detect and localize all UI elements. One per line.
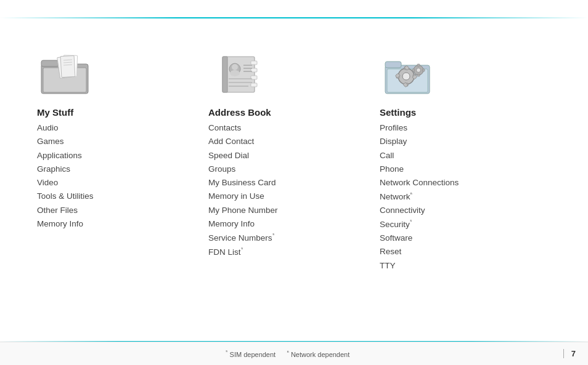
footnotes: ˢ SIM dependent ⁿ Network dependent (12, 349, 563, 358)
sim-symbol: ˢ (226, 349, 227, 355)
my-stuff-items: Audio Games Applications Graphics Video … (37, 121, 94, 231)
svg-rect-39 (417, 64, 420, 66)
top-decorative-line (0, 17, 588, 18)
list-item: TTY (380, 259, 459, 273)
sim-superscript: ˢ (272, 232, 274, 238)
network-superscript: ⁿ (410, 191, 412, 197)
svg-rect-25 (385, 62, 401, 68)
list-item: Video (37, 176, 94, 190)
column-settings: Settings Profiles Display Call Phone Net… (380, 49, 551, 273)
my-stuff-title: My Stuff (37, 107, 73, 118)
list-item: FDN Listˢ (208, 245, 278, 259)
address-book-icon-container (208, 49, 270, 98)
list-item: Contacts (208, 121, 278, 135)
my-stuff-icon-container (37, 49, 99, 98)
list-item: Speed Dial (208, 149, 278, 162)
address-book-icon (211, 52, 267, 96)
list-item: Games (37, 135, 94, 148)
list-item: Call (380, 149, 459, 162)
list-item: Tools & Utilities (37, 190, 94, 203)
settings-icon-container (380, 49, 441, 98)
settings-title: Settings (380, 107, 416, 118)
list-item: Add Contact (208, 135, 278, 148)
svg-rect-11 (251, 61, 257, 65)
network-symbol: ⁿ (287, 349, 289, 355)
column-my-stuff: My Stuff Audio Games Applications Graphi… (37, 49, 208, 231)
sim-superscript-3: ˢ (410, 219, 412, 225)
settings-items: Profiles Display Call Phone Network Conn… (380, 121, 459, 273)
list-item: Service Numbersˢ (208, 231, 278, 245)
svg-rect-5 (60, 55, 75, 77)
svg-rect-10 (223, 57, 227, 92)
list-item: Software (380, 231, 459, 245)
svg-point-17 (230, 70, 240, 76)
list-item: Networkⁿ (380, 190, 459, 204)
list-item: Display (380, 135, 459, 148)
svg-point-38 (417, 68, 421, 73)
list-item: Profiles (380, 121, 459, 135)
my-stuff-icon (40, 52, 96, 96)
svg-rect-1 (41, 60, 59, 66)
svg-rect-41 (423, 69, 425, 71)
svg-point-16 (232, 64, 238, 70)
list-item: Memory Info (37, 217, 94, 231)
svg-rect-14 (251, 83, 257, 87)
page-number: 7 (563, 349, 576, 358)
list-item: Securityˢ (380, 217, 459, 231)
list-item: Other Files (37, 204, 94, 217)
svg-rect-42 (412, 69, 415, 71)
list-item: Audio (37, 121, 94, 135)
bottom-bar: ˢ SIM dependent ⁿ Network dependent 7 (0, 342, 588, 365)
list-item: Memory in Use (208, 190, 278, 203)
list-item: My Phone Number (208, 204, 278, 217)
svg-point-28 (402, 73, 410, 80)
list-item: Applications (37, 149, 94, 162)
network-footnote: ⁿ Network dependent (287, 351, 350, 358)
list-item: My Business Card (208, 176, 278, 190)
address-book-title: Address Book (208, 107, 271, 118)
list-item: Connectivity (380, 204, 459, 217)
sim-footnote: ˢ SIM dependent (226, 351, 277, 358)
settings-icon (383, 52, 438, 96)
sim-superscript-2: ˢ (241, 246, 243, 252)
list-item: Graphics (37, 162, 94, 176)
main-content: My Stuff Audio Games Applications Graphi… (0, 31, 588, 334)
list-item: Reset (380, 245, 459, 259)
column-address-book: Address Book Contacts Add Contact Speed … (208, 49, 380, 259)
list-item: Groups (208, 162, 278, 176)
list-item: Memory Info (208, 217, 278, 231)
list-item: Phone (380, 162, 459, 176)
address-book-items: Contacts Add Contact Speed Dial Groups M… (208, 121, 278, 259)
svg-rect-40 (417, 74, 420, 77)
list-item: Network Connections (380, 176, 459, 190)
